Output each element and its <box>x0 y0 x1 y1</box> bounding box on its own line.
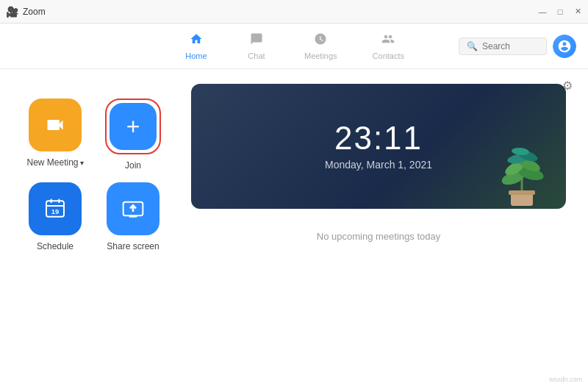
avatar-circle <box>553 35 576 58</box>
clock-icon <box>314 32 327 49</box>
clock-panel: 23:11 Monday, March 1, 2021 <box>191 84 566 371</box>
maximize-button[interactable]: □ <box>556 7 564 16</box>
app-container: Home Chat Meetings Contacts <box>0 24 588 386</box>
no-meetings-text: No upcoming meetings today <box>191 224 566 242</box>
minimize-button[interactable]: — <box>538 7 547 16</box>
schedule-button[interactable]: 19 <box>29 182 82 235</box>
clock-date: Monday, March 1, 2021 <box>325 159 432 171</box>
window-controls: — □ ✕ <box>538 7 582 16</box>
app-title: Zoom <box>23 7 46 17</box>
content-area: ⚙ New Meeting ▾ <box>0 69 588 386</box>
search-icon: 🔍 <box>467 41 478 51</box>
tab-chat-label: Chat <box>248 51 265 60</box>
share-screen-button[interactable] <box>107 182 159 235</box>
search-input[interactable] <box>482 41 541 51</box>
join-label: Join <box>125 160 141 171</box>
title-bar-left: 🎥 Zoom <box>6 6 46 18</box>
app-icon: 🎥 <box>6 6 18 18</box>
tab-contacts[interactable]: Contacts <box>367 29 410 63</box>
join-button-wrapper: + <box>105 99 161 154</box>
schedule-label: Schedule <box>37 241 74 251</box>
chat-icon <box>250 32 263 49</box>
clock-time: 23:11 <box>334 122 423 154</box>
tab-home-label: Home <box>185 51 207 60</box>
svg-text:19: 19 <box>51 208 59 215</box>
tab-chat[interactable]: Chat <box>238 29 275 63</box>
new-meeting-label: New Meeting ▾ <box>26 157 83 168</box>
actions-row-2: 19 Schedule <box>22 182 166 251</box>
plant-decoration <box>492 135 551 209</box>
search-bar[interactable]: 🔍 <box>459 37 547 55</box>
join-item[interactable]: + Join <box>100 99 166 171</box>
svg-rect-9 <box>509 190 535 195</box>
tab-contacts-label: Contacts <box>373 51 404 60</box>
avatar[interactable] <box>553 35 576 58</box>
share-screen-label: Share screen <box>107 241 159 251</box>
tab-home[interactable]: Home <box>178 29 215 63</box>
share-screen-item[interactable]: Share screen <box>100 182 166 251</box>
watermark: wsxdn.com <box>549 376 582 383</box>
home-icon <box>190 32 203 49</box>
gear-icon: ⚙ <box>562 79 573 93</box>
dropdown-arrow-icon: ▾ <box>80 159 84 167</box>
schedule-item[interactable]: 19 Schedule <box>22 182 88 251</box>
title-bar: 🎥 Zoom — □ ✕ <box>0 0 588 24</box>
settings-button[interactable]: ⚙ <box>559 76 576 94</box>
tab-meetings-label: Meetings <box>304 51 337 60</box>
contacts-icon <box>381 32 395 49</box>
tab-meetings[interactable]: Meetings <box>298 29 343 63</box>
close-button[interactable]: ✕ <box>573 7 582 16</box>
clock-card: 23:11 Monday, March 1, 2021 <box>191 84 566 209</box>
actions-row-1: New Meeting ▾ + Join <box>22 99 166 171</box>
join-button[interactable]: + <box>110 103 157 150</box>
new-meeting-button[interactable] <box>29 99 82 151</box>
new-meeting-item[interactable]: New Meeting ▾ <box>22 99 88 171</box>
nav-tabs: Home Chat Meetings Contacts <box>178 29 410 63</box>
nav-bar: Home Chat Meetings Contacts <box>0 24 588 69</box>
actions-panel: New Meeting ▾ + Join <box>22 84 166 371</box>
